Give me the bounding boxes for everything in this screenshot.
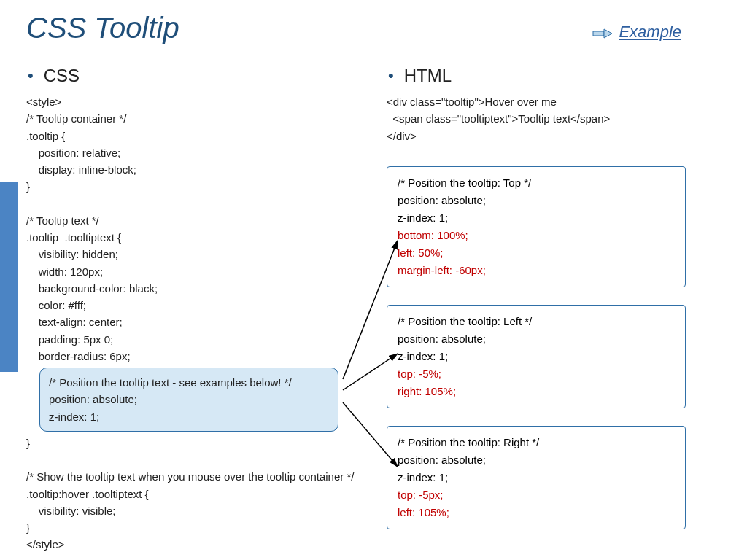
arrow-right-icon: [592, 28, 613, 39]
css-code-before: <style> /* Tooltip container */ .tooltip…: [26, 93, 365, 365]
variant-right-l3: z-index: 1;: [398, 469, 675, 486]
title-row: CSS Tooltip Example: [26, 12, 725, 52]
variant-left-l3: z-index: 1;: [398, 348, 675, 365]
css-column: CSS <style> /* Tooltip container */ .too…: [26, 66, 365, 553]
variant-top-r2: left: 50%;: [398, 244, 675, 262]
variant-top-box: /* Position the tooltip: Top */ position…: [387, 166, 686, 287]
variant-right-l1: /* Position the tooltip: Right */: [398, 434, 675, 451]
example-link[interactable]: Example: [619, 23, 681, 42]
variant-top-r1: bottom: 100%;: [398, 227, 675, 244]
html-heading: HTML: [387, 66, 725, 86]
variant-left-r2: right: 105%;: [398, 383, 675, 400]
variant-left-l1: /* Position the tooltip: Left */: [398, 313, 675, 330]
callout-text: /* Position the tooltip text - see examp…: [49, 374, 329, 425]
slide-content: CSS Tooltip Example CSS <style> /* Toolt…: [26, 12, 725, 545]
variant-top-r3: margin-left: -60px;: [398, 262, 675, 279]
page-title: CSS Tooltip: [26, 12, 592, 44]
variant-left-l2: position: absolute;: [398, 330, 675, 348]
css-heading: CSS: [26, 66, 365, 86]
variant-right-r1: top: -5px;: [398, 486, 675, 504]
variant-right-box: /* Position the tooltip: Right */ positi…: [387, 426, 686, 529]
html-column: HTML <div class="tooltip">Hover over me …: [387, 66, 725, 553]
variant-top-l3: z-index: 1;: [398, 209, 675, 227]
html-snippet: <div class="tooltip">Hover over me <span…: [387, 93, 725, 144]
variant-left-box: /* Position the tooltip: Left */ positio…: [387, 305, 686, 408]
css-position-callout: /* Position the tooltip text - see examp…: [39, 368, 338, 432]
sidebar-accent: [0, 182, 18, 372]
variant-right-r2: left: 105%;: [398, 504, 675, 521]
variant-right-l2: position: absolute;: [398, 451, 675, 469]
css-code-after: } /* Show the tooltip text when you mous…: [26, 435, 365, 553]
svg-rect-0: [593, 31, 604, 36]
variant-top-l2: position: absolute;: [398, 192, 675, 209]
variant-left-r1: top: -5%;: [398, 365, 675, 383]
variant-top-l1: /* Position the tooltip: Top */: [398, 174, 675, 192]
svg-marker-1: [604, 29, 612, 38]
